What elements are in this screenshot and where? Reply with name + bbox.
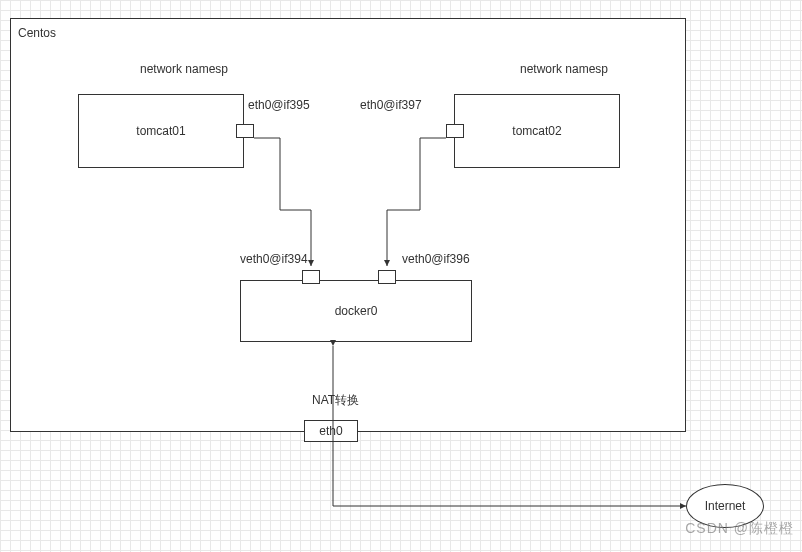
- container-box-1: tomcat01: [78, 94, 244, 168]
- eth-label-2: eth0@if397: [360, 98, 422, 112]
- veth-label-1: veth0@if394: [240, 252, 308, 266]
- bridge-box: docker0: [240, 280, 472, 342]
- host-box: [10, 18, 686, 432]
- nat-label: NAT转换: [312, 392, 359, 409]
- diagram-canvas: Centos network namesp network namesp tom…: [0, 0, 802, 552]
- container-label-2: tomcat02: [512, 124, 561, 138]
- namespace-label-1: network namesp: [140, 62, 228, 76]
- veth-label-2: veth0@if396: [402, 252, 470, 266]
- namespace-label-2: network namesp: [520, 62, 608, 76]
- eth-label-1: eth0@if395: [248, 98, 310, 112]
- container-box-2: tomcat02: [454, 94, 620, 168]
- veth-port-2: [378, 270, 396, 284]
- container-label-1: tomcat01: [136, 124, 185, 138]
- host-label: Centos: [18, 26, 56, 40]
- host-iface-box: eth0: [304, 420, 358, 442]
- eth-port-2: [446, 124, 464, 138]
- watermark: CSDN @陈橙橙: [685, 520, 794, 538]
- internet-label: Internet: [705, 499, 746, 513]
- bridge-label: docker0: [335, 304, 378, 318]
- veth-port-1: [302, 270, 320, 284]
- eth-port-1: [236, 124, 254, 138]
- host-iface-label: eth0: [319, 424, 342, 438]
